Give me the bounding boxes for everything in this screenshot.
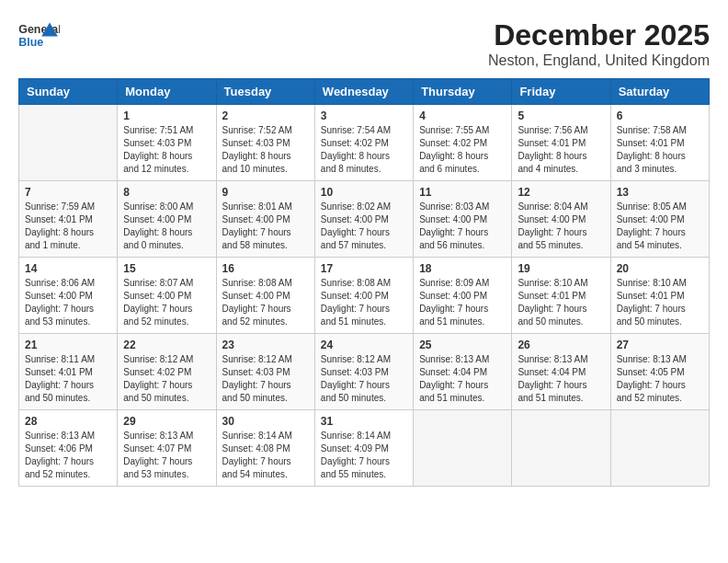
day-number: 30 <box>222 415 309 428</box>
day-info: Sunrise: 8:05 AMSunset: 4:00 PMDaylight:… <box>617 201 703 252</box>
logo: General Blue <box>18 18 60 55</box>
day-info: Sunrise: 8:07 AMSunset: 4:00 PMDaylight:… <box>123 277 210 328</box>
day-number: 12 <box>518 186 604 199</box>
column-header-friday: Friday <box>512 79 610 105</box>
calendar-cell: 30Sunrise: 8:14 AMSunset: 4:08 PMDayligh… <box>216 410 314 487</box>
calendar-cell: 6Sunrise: 7:58 AMSunset: 4:01 PMDaylight… <box>610 105 709 181</box>
calendar-cell: 4Sunrise: 7:55 AMSunset: 4:02 PMDaylight… <box>414 105 512 181</box>
column-header-sunday: Sunday <box>19 79 118 105</box>
day-info: Sunrise: 7:52 AMSunset: 4:03 PMDaylight:… <box>222 124 309 176</box>
calendar-cell: 31Sunrise: 8:14 AMSunset: 4:09 PMDayligh… <box>314 410 413 487</box>
day-info: Sunrise: 8:06 AMSunset: 4:00 PMDaylight:… <box>25 277 111 328</box>
day-info: Sunrise: 8:10 AMSunset: 4:01 PMDaylight:… <box>617 277 703 328</box>
calendar-cell: 17Sunrise: 8:08 AMSunset: 4:00 PMDayligh… <box>314 258 413 334</box>
day-number: 24 <box>321 339 407 351</box>
day-info: Sunrise: 8:02 AMSunset: 4:00 PMDaylight:… <box>321 201 407 252</box>
column-header-tuesday: Tuesday <box>216 79 314 105</box>
logo-icon: General Blue <box>18 18 60 55</box>
day-info: Sunrise: 8:13 AMSunset: 4:04 PMDaylight:… <box>419 353 506 405</box>
month-title: December 2025 <box>488 18 710 52</box>
day-info: Sunrise: 8:10 AMSunset: 4:01 PMDaylight:… <box>518 277 604 328</box>
calendar-cell: 14Sunrise: 8:06 AMSunset: 4:00 PMDayligh… <box>19 258 118 334</box>
day-number: 20 <box>617 262 703 275</box>
day-info: Sunrise: 8:12 AMSunset: 4:03 PMDaylight:… <box>222 353 309 405</box>
calendar-cell: 20Sunrise: 8:10 AMSunset: 4:01 PMDayligh… <box>610 258 709 334</box>
day-info: Sunrise: 7:58 AMSunset: 4:01 PMDaylight:… <box>617 124 703 176</box>
calendar-cell: 18Sunrise: 8:09 AMSunset: 4:00 PMDayligh… <box>414 258 512 334</box>
calendar-cell <box>610 410 709 487</box>
day-number: 11 <box>419 186 506 199</box>
day-number: 7 <box>25 186 111 199</box>
calendar-header-row: SundayMondayTuesdayWednesdayThursdayFrid… <box>19 79 710 105</box>
day-info: Sunrise: 8:13 AMSunset: 4:06 PMDaylight:… <box>25 430 111 481</box>
day-number: 14 <box>25 262 111 275</box>
calendar-cell: 27Sunrise: 8:13 AMSunset: 4:05 PMDayligh… <box>610 334 709 410</box>
calendar-cell: 28Sunrise: 8:13 AMSunset: 4:06 PMDayligh… <box>19 410 118 487</box>
day-info: Sunrise: 7:59 AMSunset: 4:01 PMDaylight:… <box>25 201 111 252</box>
day-info: Sunrise: 8:11 AMSunset: 4:01 PMDaylight:… <box>25 353 111 405</box>
calendar-cell: 16Sunrise: 8:08 AMSunset: 4:00 PMDayligh… <box>216 258 314 334</box>
calendar-cell <box>19 105 118 181</box>
day-number: 26 <box>518 339 604 351</box>
day-info: Sunrise: 8:14 AMSunset: 4:09 PMDaylight:… <box>321 430 407 481</box>
day-info: Sunrise: 7:55 AMSunset: 4:02 PMDaylight:… <box>419 124 506 176</box>
day-info: Sunrise: 8:00 AMSunset: 4:00 PMDaylight:… <box>123 201 210 252</box>
day-number: 16 <box>222 262 309 275</box>
day-number: 23 <box>222 339 309 351</box>
day-number: 29 <box>123 415 210 428</box>
day-info: Sunrise: 7:54 AMSunset: 4:02 PMDaylight:… <box>321 124 407 176</box>
day-number: 4 <box>419 109 506 122</box>
calendar-cell: 25Sunrise: 8:13 AMSunset: 4:04 PMDayligh… <box>414 334 512 410</box>
calendar-cell: 23Sunrise: 8:12 AMSunset: 4:03 PMDayligh… <box>216 334 314 410</box>
calendar-cell: 19Sunrise: 8:10 AMSunset: 4:01 PMDayligh… <box>512 258 610 334</box>
calendar-cell: 1Sunrise: 7:51 AMSunset: 4:03 PMDaylight… <box>118 105 216 181</box>
calendar-cell: 26Sunrise: 8:13 AMSunset: 4:04 PMDayligh… <box>512 334 610 410</box>
calendar-cell <box>414 410 512 487</box>
calendar-cell <box>512 410 610 487</box>
calendar-cell: 5Sunrise: 7:56 AMSunset: 4:01 PMDaylight… <box>512 105 610 181</box>
column-header-monday: Monday <box>118 79 216 105</box>
calendar-cell: 11Sunrise: 8:03 AMSunset: 4:00 PMDayligh… <box>414 181 512 258</box>
calendar-table: SundayMondayTuesdayWednesdayThursdayFrid… <box>18 78 710 487</box>
calendar-cell: 15Sunrise: 8:07 AMSunset: 4:00 PMDayligh… <box>118 258 216 334</box>
calendar-cell: 7Sunrise: 7:59 AMSunset: 4:01 PMDaylight… <box>19 181 118 258</box>
day-number: 3 <box>321 109 407 122</box>
day-info: Sunrise: 8:13 AMSunset: 4:05 PMDaylight:… <box>617 353 703 405</box>
calendar-cell: 8Sunrise: 8:00 AMSunset: 4:00 PMDaylight… <box>118 181 216 258</box>
day-info: Sunrise: 8:01 AMSunset: 4:00 PMDaylight:… <box>222 201 309 252</box>
day-number: 22 <box>123 339 210 351</box>
day-number: 1 <box>123 109 210 122</box>
location: Neston, England, United Kingdom <box>488 52 710 69</box>
calendar-week-row: 21Sunrise: 8:11 AMSunset: 4:01 PMDayligh… <box>19 334 710 410</box>
column-header-thursday: Thursday <box>414 79 512 105</box>
day-number: 19 <box>518 262 604 275</box>
day-info: Sunrise: 8:08 AMSunset: 4:00 PMDaylight:… <box>222 277 309 328</box>
day-number: 18 <box>419 262 506 275</box>
day-info: Sunrise: 8:03 AMSunset: 4:00 PMDaylight:… <box>419 201 506 252</box>
day-number: 31 <box>321 415 407 428</box>
day-number: 13 <box>617 186 703 199</box>
day-info: Sunrise: 7:56 AMSunset: 4:01 PMDaylight:… <box>518 124 604 176</box>
day-info: Sunrise: 8:09 AMSunset: 4:00 PMDaylight:… <box>419 277 506 328</box>
day-number: 5 <box>518 109 604 122</box>
day-number: 17 <box>321 262 407 275</box>
calendar-cell: 2Sunrise: 7:52 AMSunset: 4:03 PMDaylight… <box>216 105 314 181</box>
calendar-cell: 24Sunrise: 8:12 AMSunset: 4:03 PMDayligh… <box>314 334 413 410</box>
svg-text:Blue: Blue <box>18 36 43 49</box>
day-number: 25 <box>419 339 506 351</box>
day-info: Sunrise: 8:04 AMSunset: 4:00 PMDaylight:… <box>518 201 604 252</box>
day-info: Sunrise: 8:13 AMSunset: 4:04 PMDaylight:… <box>518 353 604 405</box>
day-number: 2 <box>222 109 309 122</box>
day-info: Sunrise: 8:12 AMSunset: 4:02 PMDaylight:… <box>123 353 210 405</box>
calendar-cell: 13Sunrise: 8:05 AMSunset: 4:00 PMDayligh… <box>610 181 709 258</box>
calendar-week-row: 1Sunrise: 7:51 AMSunset: 4:03 PMDaylight… <box>19 105 710 181</box>
title-block: December 2025 Neston, England, United Ki… <box>488 18 710 69</box>
day-number: 28 <box>25 415 111 428</box>
calendar-cell: 22Sunrise: 8:12 AMSunset: 4:02 PMDayligh… <box>118 334 216 410</box>
calendar-cell: 3Sunrise: 7:54 AMSunset: 4:02 PMDaylight… <box>314 105 413 181</box>
day-number: 21 <box>25 339 111 351</box>
day-number: 27 <box>617 339 703 351</box>
calendar-cell: 10Sunrise: 8:02 AMSunset: 4:00 PMDayligh… <box>314 181 413 258</box>
day-info: Sunrise: 7:51 AMSunset: 4:03 PMDaylight:… <box>123 124 210 176</box>
day-number: 15 <box>123 262 210 275</box>
